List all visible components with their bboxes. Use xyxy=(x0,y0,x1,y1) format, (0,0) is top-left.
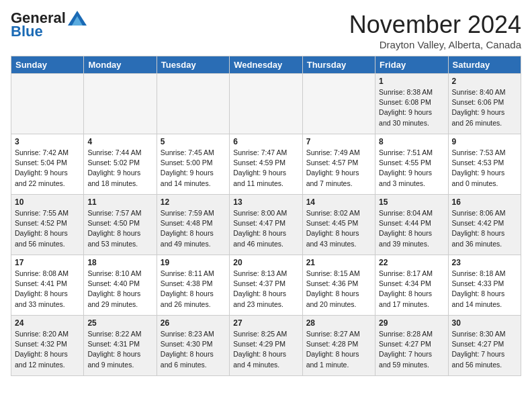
calendar-cell xyxy=(84,74,157,134)
day-number: 15 xyxy=(379,197,444,207)
calendar-table: SundayMondayTuesdayWednesdayThursdayFrid… xyxy=(11,56,521,376)
calendar-cell: 20Sunrise: 8:13 AMSunset: 4:37 PMDayligh… xyxy=(230,255,302,316)
page-header: General Blue November 2024 Drayton Valle… xyxy=(11,11,521,50)
day-info: Sunrise: 8:13 AMSunset: 4:37 PMDaylight:… xyxy=(233,269,298,310)
calendar-cell: 11Sunrise: 7:57 AMSunset: 4:50 PMDayligh… xyxy=(84,195,157,255)
day-number: 7 xyxy=(306,137,371,146)
weekday-header-tuesday: Tuesday xyxy=(157,56,229,74)
day-number: 11 xyxy=(87,197,152,207)
calendar-cell: 26Sunrise: 8:23 AMSunset: 4:30 PMDayligh… xyxy=(157,316,229,376)
calendar-cell: 22Sunrise: 8:17 AMSunset: 4:34 PMDayligh… xyxy=(375,255,448,316)
calendar-cell: 9Sunrise: 7:53 AMSunset: 4:53 PMDaylight… xyxy=(448,134,521,195)
calendar-cell: 21Sunrise: 8:15 AMSunset: 4:36 PMDayligh… xyxy=(302,255,375,316)
day-number: 3 xyxy=(15,137,80,146)
calendar-cell: 13Sunrise: 8:00 AMSunset: 4:47 PMDayligh… xyxy=(230,195,302,255)
day-number: 23 xyxy=(452,258,517,267)
day-info: Sunrise: 8:40 AMSunset: 6:06 PMDaylight:… xyxy=(452,87,517,128)
calendar-week-1: 1Sunrise: 8:38 AMSunset: 6:08 PMDaylight… xyxy=(11,74,521,134)
day-info: Sunrise: 7:44 AMSunset: 5:02 PMDaylight:… xyxy=(87,148,152,189)
day-number: 21 xyxy=(306,258,371,267)
weekday-header-saturday: Saturday xyxy=(448,56,521,74)
calendar-cell xyxy=(11,74,84,134)
day-info: Sunrise: 7:45 AMSunset: 5:00 PMDaylight:… xyxy=(161,148,226,189)
calendar-cell: 2Sunrise: 8:40 AMSunset: 6:06 PMDaylight… xyxy=(448,74,521,134)
day-info: Sunrise: 8:22 AMSunset: 4:31 PMDaylight:… xyxy=(87,329,152,370)
day-info: Sunrise: 8:15 AMSunset: 4:36 PMDaylight:… xyxy=(306,269,371,310)
day-info: Sunrise: 8:00 AMSunset: 4:47 PMDaylight:… xyxy=(233,208,298,249)
calendar-cell: 14Sunrise: 8:02 AMSunset: 4:45 PMDayligh… xyxy=(302,195,375,255)
day-info: Sunrise: 8:10 AMSunset: 4:40 PMDaylight:… xyxy=(87,269,152,310)
calendar-cell: 25Sunrise: 8:22 AMSunset: 4:31 PMDayligh… xyxy=(84,316,157,376)
calendar-cell: 1Sunrise: 8:38 AMSunset: 6:08 PMDaylight… xyxy=(375,74,448,134)
day-number: 10 xyxy=(15,197,80,207)
calendar-cell: 7Sunrise: 7:49 AMSunset: 4:57 PMDaylight… xyxy=(302,134,375,195)
calendar-cell: 8Sunrise: 7:51 AMSunset: 4:55 PMDaylight… xyxy=(375,134,448,195)
day-number: 29 xyxy=(379,318,444,328)
weekday-header-monday: Monday xyxy=(84,56,157,74)
day-info: Sunrise: 8:25 AMSunset: 4:29 PMDaylight:… xyxy=(233,329,298,370)
calendar-cell: 3Sunrise: 7:42 AMSunset: 5:04 PMDaylight… xyxy=(11,134,84,195)
calendar-cell: 6Sunrise: 7:47 AMSunset: 4:59 PMDaylight… xyxy=(230,134,302,195)
logo-icon xyxy=(68,11,87,26)
day-info: Sunrise: 8:11 AMSunset: 4:38 PMDaylight:… xyxy=(161,269,226,310)
day-number: 5 xyxy=(161,137,226,146)
logo: General Blue xyxy=(11,11,87,39)
day-info: Sunrise: 7:51 AMSunset: 4:55 PMDaylight:… xyxy=(379,148,444,189)
calendar-cell: 24Sunrise: 8:20 AMSunset: 4:32 PMDayligh… xyxy=(11,316,84,376)
calendar-cell xyxy=(230,74,302,134)
day-info: Sunrise: 7:42 AMSunset: 5:04 PMDaylight:… xyxy=(15,148,80,189)
day-number: 25 xyxy=(87,318,152,328)
day-info: Sunrise: 8:38 AMSunset: 6:08 PMDaylight:… xyxy=(379,87,444,128)
day-number: 27 xyxy=(233,318,298,328)
calendar-cell: 15Sunrise: 8:04 AMSunset: 4:44 PMDayligh… xyxy=(375,195,448,255)
day-number: 30 xyxy=(452,318,517,328)
day-number: 17 xyxy=(15,258,80,267)
day-number: 22 xyxy=(379,258,444,267)
day-info: Sunrise: 7:53 AMSunset: 4:53 PMDaylight:… xyxy=(452,148,517,189)
day-number: 16 xyxy=(452,197,517,207)
day-info: Sunrise: 7:55 AMSunset: 4:52 PMDaylight:… xyxy=(15,208,80,249)
calendar-cell xyxy=(302,74,375,134)
day-number: 20 xyxy=(233,258,298,267)
calendar-week-2: 3Sunrise: 7:42 AMSunset: 5:04 PMDaylight… xyxy=(11,134,521,195)
day-number: 24 xyxy=(15,318,80,328)
day-number: 18 xyxy=(87,258,152,267)
day-info: Sunrise: 7:59 AMSunset: 4:48 PMDaylight:… xyxy=(161,208,226,249)
day-info: Sunrise: 8:02 AMSunset: 4:45 PMDaylight:… xyxy=(306,208,371,249)
day-info: Sunrise: 8:06 AMSunset: 4:42 PMDaylight:… xyxy=(452,208,517,249)
day-number: 2 xyxy=(452,77,517,86)
day-info: Sunrise: 8:20 AMSunset: 4:32 PMDaylight:… xyxy=(15,329,80,370)
day-number: 8 xyxy=(379,137,444,146)
day-info: Sunrise: 7:49 AMSunset: 4:57 PMDaylight:… xyxy=(306,148,371,189)
location: Drayton Valley, Alberta, Canada xyxy=(349,39,521,50)
day-number: 26 xyxy=(161,318,226,328)
day-info: Sunrise: 8:27 AMSunset: 4:28 PMDaylight:… xyxy=(306,329,371,370)
day-number: 9 xyxy=(452,137,517,146)
day-info: Sunrise: 7:57 AMSunset: 4:50 PMDaylight:… xyxy=(87,208,152,249)
calendar-cell: 28Sunrise: 8:27 AMSunset: 4:28 PMDayligh… xyxy=(302,316,375,376)
weekday-header-row: SundayMondayTuesdayWednesdayThursdayFrid… xyxy=(11,56,521,74)
day-number: 4 xyxy=(87,137,152,146)
day-info: Sunrise: 8:08 AMSunset: 4:41 PMDaylight:… xyxy=(15,269,80,310)
calendar-cell: 10Sunrise: 7:55 AMSunset: 4:52 PMDayligh… xyxy=(11,195,84,255)
day-info: Sunrise: 7:47 AMSunset: 4:59 PMDaylight:… xyxy=(233,148,298,189)
weekday-header-friday: Friday xyxy=(375,56,448,74)
day-number: 13 xyxy=(233,197,298,207)
calendar-week-3: 10Sunrise: 7:55 AMSunset: 4:52 PMDayligh… xyxy=(11,195,521,255)
day-number: 28 xyxy=(306,318,371,328)
calendar-cell: 27Sunrise: 8:25 AMSunset: 4:29 PMDayligh… xyxy=(230,316,302,376)
calendar-cell: 23Sunrise: 8:18 AMSunset: 4:33 PMDayligh… xyxy=(448,255,521,316)
day-info: Sunrise: 8:28 AMSunset: 4:27 PMDaylight:… xyxy=(379,329,444,370)
day-info: Sunrise: 8:04 AMSunset: 4:44 PMDaylight:… xyxy=(379,208,444,249)
month-title: November 2024 xyxy=(349,11,521,39)
calendar-week-5: 24Sunrise: 8:20 AMSunset: 4:32 PMDayligh… xyxy=(11,316,521,376)
weekday-header-thursday: Thursday xyxy=(302,56,375,74)
weekday-header-wednesday: Wednesday xyxy=(230,56,302,74)
calendar-cell xyxy=(157,74,229,134)
weekday-header-sunday: Sunday xyxy=(11,56,84,74)
calendar-cell: 29Sunrise: 8:28 AMSunset: 4:27 PMDayligh… xyxy=(375,316,448,376)
day-number: 12 xyxy=(161,197,226,207)
calendar-cell: 30Sunrise: 8:30 AMSunset: 4:27 PMDayligh… xyxy=(448,316,521,376)
calendar-cell: 12Sunrise: 7:59 AMSunset: 4:48 PMDayligh… xyxy=(157,195,229,255)
calendar-cell: 19Sunrise: 8:11 AMSunset: 4:38 PMDayligh… xyxy=(157,255,229,316)
